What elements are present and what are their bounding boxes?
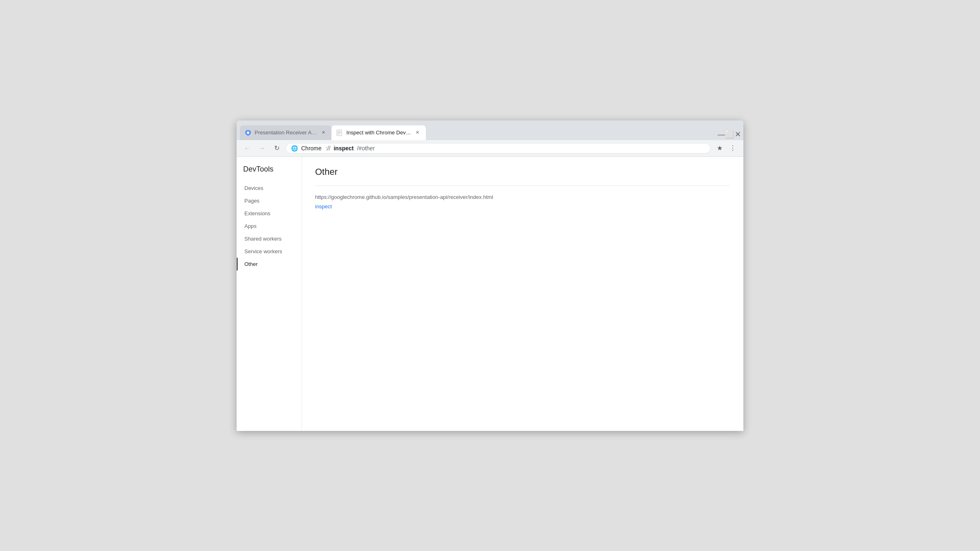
sidebar-item-devices[interactable]: Devices [237, 182, 302, 194]
bookmark-button[interactable]: ★ [714, 143, 725, 154]
inspect-link[interactable]: inspect [315, 203, 332, 210]
page-title: Other [315, 167, 730, 177]
back-button[interactable]: ← [242, 143, 253, 154]
tab-inspect-close[interactable]: ✕ [414, 129, 421, 136]
entry-item: https://googlechrome.github.io/samples/p… [315, 194, 730, 210]
address-bar[interactable]: 🌐 Chrome :// inspect /#other [286, 143, 711, 154]
sidebar-item-devices-label: Devices [244, 185, 263, 191]
close-button[interactable]: ✕ [735, 132, 740, 137]
sidebar-item-other-label: Other [244, 261, 258, 267]
sidebar-item-pages[interactable]: Pages [237, 194, 302, 207]
tab-inspect-title: Inspect with Chrome Dev… [346, 129, 411, 136]
url-highlight: inspect [333, 145, 354, 152]
toolbar: ← → ↻ 🌐 Chrome :// inspect /#other ★ ⋮ [237, 140, 743, 157]
content-area: DevTools Devices Pages Extensions Apps S… [237, 157, 743, 431]
tab-presentation[interactable]: Presentation Receiver A… ✕ [240, 125, 331, 140]
chrome-icon [245, 129, 251, 136]
sidebar-item-pages-label: Pages [244, 198, 260, 204]
sidebar-item-extensions[interactable]: Extensions [237, 207, 302, 220]
window-controls: — ⬜ ✕ [719, 132, 740, 137]
sidebar-item-shared-workers-label: Shared workers [244, 236, 282, 242]
minimize-button[interactable]: — [719, 132, 724, 137]
address-separator: :// [326, 145, 331, 152]
tab-inspect[interactable]: Inspect with Chrome Dev… ✕ [331, 125, 425, 140]
toolbar-actions: ★ ⋮ [714, 143, 738, 154]
site-name: Chrome [301, 145, 322, 152]
svg-point-1 [247, 132, 249, 134]
sidebar-item-extensions-label: Extensions [244, 210, 271, 216]
new-tab-placeholder [426, 125, 442, 140]
menu-button[interactable]: ⋮ [727, 143, 738, 154]
sidebar-item-apps-label: Apps [244, 223, 257, 229]
sidebar-item-apps[interactable]: Apps [237, 220, 302, 232]
sidebar: DevTools Devices Pages Extensions Apps S… [237, 157, 302, 431]
maximize-button[interactable]: ⬜ [727, 132, 732, 137]
tab-presentation-title: Presentation Receiver A… [255, 129, 317, 136]
security-icon: 🌐 [291, 145, 298, 152]
tab-presentation-close[interactable]: ✕ [320, 129, 327, 136]
page-icon [336, 129, 343, 136]
forward-button[interactable]: → [256, 143, 268, 154]
sidebar-item-service-workers[interactable]: Service workers [237, 245, 302, 258]
url-suffix: /#other [357, 145, 375, 152]
reload-button[interactable]: ↻ [271, 143, 282, 154]
sidebar-item-other[interactable]: Other [237, 258, 302, 270]
sidebar-item-service-workers-label: Service workers [244, 248, 282, 254]
title-bar: Presentation Receiver A… ✕ Inspect with … [237, 120, 743, 140]
browser-window: Presentation Receiver A… ✕ Inspect with … [237, 120, 743, 431]
section-divider [315, 185, 730, 186]
main-panel: Other https://googlechrome.github.io/sam… [302, 157, 743, 431]
sidebar-title: DevTools [237, 165, 302, 182]
sidebar-item-shared-workers[interactable]: Shared workers [237, 232, 302, 245]
entry-url: https://googlechrome.github.io/samples/p… [315, 194, 730, 200]
